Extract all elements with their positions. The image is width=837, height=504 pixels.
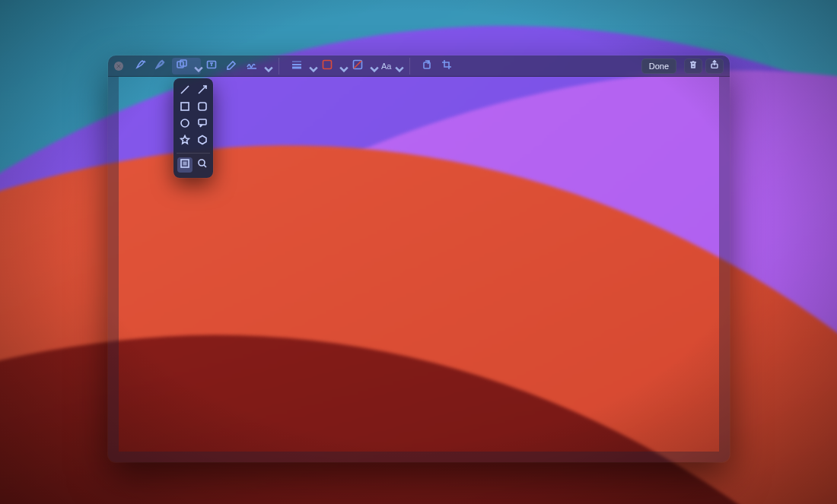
pen-tool-button[interactable]: [132, 58, 151, 74]
font-style-label: Aa: [381, 62, 391, 71]
share-icon: [709, 59, 720, 73]
trash-button[interactable]: [684, 59, 702, 74]
text-icon: [205, 59, 218, 74]
rotate-icon: [421, 59, 433, 74]
rotate-button[interactable]: [418, 58, 436, 74]
markup-toolbar: Aa Done: [108, 55, 730, 77]
chevron-down-icon: [307, 63, 313, 69]
line-weight-button[interactable]: [287, 58, 316, 74]
pen-icon: [135, 59, 148, 74]
highlight-area-icon: [225, 59, 237, 74]
highlight-area-tool-button[interactable]: [222, 58, 240, 74]
fill-color-swatch: [352, 59, 364, 74]
highlighter-icon: [155, 59, 167, 74]
chevron-down-icon: [193, 63, 199, 69]
shapes-tool-button[interactable]: [172, 58, 201, 74]
screenshot-editor-window: Aa Done: [108, 55, 730, 462]
done-button[interactable]: Done: [641, 59, 676, 74]
screenshot-canvas[interactable]: [108, 77, 730, 462]
done-label: Done: [649, 62, 669, 71]
close-window-button[interactable]: [114, 62, 123, 71]
font-style-button[interactable]: Aa: [378, 58, 402, 74]
crop-button[interactable]: [438, 58, 456, 74]
line-weight-icon: [291, 59, 303, 74]
chevron-down-icon: [393, 63, 399, 69]
chevron-down-icon: [263, 63, 269, 69]
fill-color-button[interactable]: [348, 58, 377, 74]
crop-icon: [441, 59, 453, 74]
border-color-swatch: [321, 59, 333, 74]
signature-icon: [246, 59, 258, 74]
highlighter-tool-button[interactable]: [152, 58, 170, 74]
chevron-down-icon: [338, 63, 344, 69]
chevron-down-icon: [368, 63, 374, 69]
shapes-icon: [176, 59, 188, 74]
svg-rect-3: [323, 60, 332, 68]
text-tool-button[interactable]: [202, 58, 221, 74]
share-button[interactable]: [705, 59, 724, 74]
trash-icon: [688, 59, 699, 73]
signature-tool-button[interactable]: [242, 58, 271, 74]
border-color-button[interactable]: [317, 58, 346, 74]
